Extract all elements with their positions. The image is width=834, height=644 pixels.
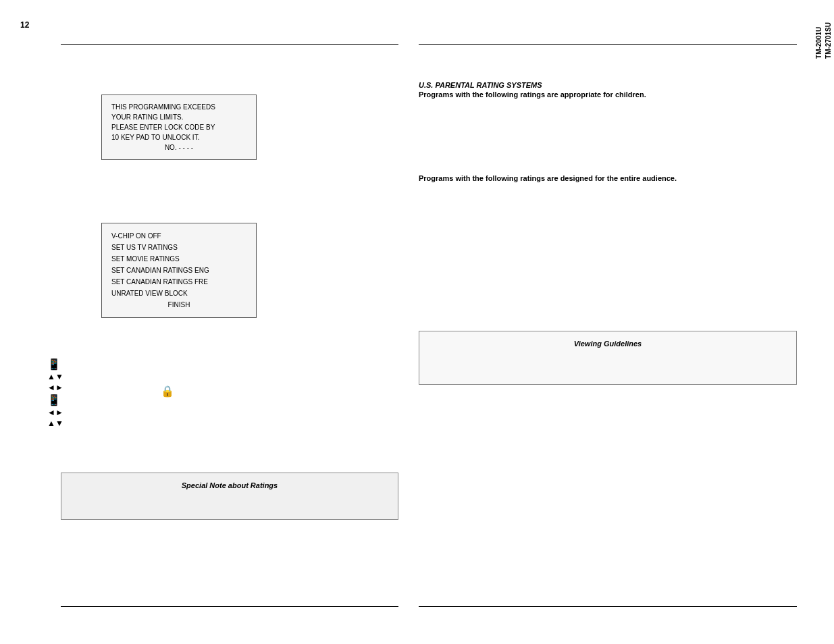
us-rating-section: U.S. PARENTAL RATING SYSTEMS Programs wi… (419, 81, 797, 99)
lock-line-5: NO. - - - - (111, 142, 246, 153)
lock-screen-box: THIS PROGRAMMING EXCEEDS YOUR RATING LIM… (101, 95, 257, 160)
arrows-up-down-icon-1: ▲▼ (47, 372, 63, 381)
lock-line-1: THIS PROGRAMMING EXCEEDS (111, 102, 246, 112)
icon-row-1: 📱 (47, 358, 63, 371)
hr-top-left (61, 44, 398, 45)
lock-line-3: PLEASE ENTER LOCK CODE BY (111, 122, 246, 132)
vchip-line-4: SET CANADIAN RATINGS ENG (111, 265, 246, 276)
remote-icon-2: 📱 (47, 394, 61, 406)
hr-bottom-right (419, 606, 797, 607)
vchip-line-1: V-CHIP ON OFF (111, 230, 246, 242)
hr-bottom-left (61, 606, 398, 607)
lock-line-4: 10 KEY PAD TO UNLOCK IT. (111, 132, 246, 142)
viewing-guidelines-box: Viewing Guidelines (419, 331, 797, 385)
vchip-line-2: SET US TV RATINGS (111, 242, 246, 253)
arrows-left-right-icon-2: ◄► (47, 408, 63, 417)
vchip-line-5: SET CANADIAN RATINGS FRE (111, 276, 246, 288)
vchip-line-3: SET MOVIE RATINGS (111, 253, 246, 265)
doc-id-line2: TM-2701SU (825, 22, 832, 59)
vchip-finish: FINISH (111, 299, 246, 311)
viewing-guidelines-title: Viewing Guidelines (429, 340, 787, 348)
us-rating-children-text: Programs with the following ratings are … (419, 90, 797, 99)
lock-line-2: YOUR RATING LIMITS. (111, 112, 246, 122)
vchip-menu-box: V-CHIP ON OFF SET US TV RATINGS SET MOVI… (101, 223, 257, 318)
icon-row-6: ▲▼ (47, 419, 63, 428)
us-rating-title: U.S. PARENTAL RATING SYSTEMS (419, 81, 797, 89)
arrows-up-down-icon-2: ▲▼ (47, 419, 63, 428)
icon-row-4: 📱 (47, 394, 63, 406)
icon-row-3: ◄► (47, 383, 63, 392)
programs-audience-text: Programs with the following ratings are … (419, 174, 677, 182)
doc-id-line1: TM-2001U (815, 27, 823, 59)
vchip-line-6: UNRATED VIEW BLOCK (111, 288, 246, 299)
icons-area: 📱 ▲▼ ◄► 📱 ◄► ▲▼ (47, 358, 63, 429)
arrows-left-right-icon-1: ◄► (47, 383, 63, 392)
icon-row-2: ▲▼ (47, 372, 63, 381)
special-note-title: Special Note about Ratings (71, 481, 388, 489)
special-note-box: Special Note about Ratings (61, 473, 398, 520)
lock-icon: 🔒 (161, 385, 174, 398)
page-number: 12 (20, 20, 29, 30)
remote-icon-1: 📱 (47, 358, 61, 371)
document-id-vertical: TM-2001U TM-2701SU (814, 0, 834, 81)
hr-top-right (419, 44, 797, 45)
icon-row-5: ◄► (47, 408, 63, 417)
